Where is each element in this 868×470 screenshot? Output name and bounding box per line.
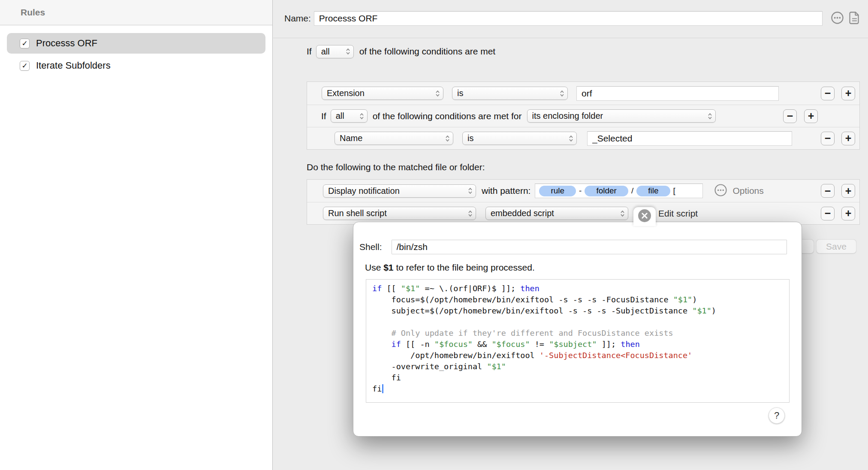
add-condition-button[interactable]: +: [804, 109, 818, 123]
chevron-up-down-icon: [468, 210, 473, 217]
script-code-editor[interactable]: if [[ "$1" =~ \.(orf|ORF)$ ]]; then focu…: [366, 279, 790, 403]
rule-list: ✓ Processs ORF ✓ Iterate Subfolders: [0, 25, 272, 76]
conditions-box: Extension is − + If all of the following…: [307, 81, 860, 150]
rule-label: Iterate Subfolders: [36, 60, 111, 71]
dropdown-value: is: [457, 88, 463, 98]
dropdown-value: is: [467, 133, 473, 143]
add-condition-button[interactable]: +: [841, 87, 855, 100]
chevron-up-down-icon: [346, 48, 350, 55]
action-row-shell-script: Run shell script embedded script Edit sc…: [307, 202, 859, 224]
add-action-button[interactable]: +: [841, 207, 855, 220]
attribute-dropdown[interactable]: Extension: [322, 87, 443, 100]
nested-conditions-suffix: of the following conditions are met for: [373, 111, 522, 121]
rule-checkbox[interactable]: ✓: [20, 61, 30, 71]
rule-checkbox[interactable]: ✓: [20, 39, 30, 48]
pattern-token-file[interactable]: file: [636, 186, 670, 196]
code-line: # Only update if they're different and F…: [372, 328, 789, 339]
pattern-separator: -: [579, 186, 582, 196]
chevron-up-down-icon: [359, 112, 364, 120]
edit-script-button[interactable]: Edit script: [658, 208, 698, 219]
chevron-up-down-icon: [560, 90, 564, 97]
condition-row-name: Name is − +: [307, 127, 859, 149]
chevron-up-down-icon: [620, 210, 625, 217]
actions-box: Display notification with pattern: rule …: [307, 179, 860, 225]
attribute-dropdown[interactable]: Name: [335, 132, 453, 145]
code-line: focus=$(/opt/homebrew/bin/exiftool -s -s…: [372, 294, 789, 305]
rule-options-button[interactable]: [831, 11, 844, 26]
action-dropdown[interactable]: Display notification: [323, 184, 476, 198]
hint-text: to refer to the file being processed.: [394, 262, 535, 272]
match-dropdown[interactable]: all: [316, 45, 354, 58]
pattern-separator: /: [631, 186, 633, 196]
header-divider: [273, 38, 868, 38]
operator-dropdown[interactable]: is: [462, 132, 577, 145]
pattern-overflow: [: [673, 186, 675, 196]
remove-action-button[interactable]: −: [821, 207, 835, 220]
help-button[interactable]: ?: [769, 407, 785, 424]
code-line: [372, 316, 789, 328]
popover-anchor: [633, 207, 656, 226]
dropdown-value: all: [321, 47, 330, 57]
rule-item-processs-orf[interactable]: ✓ Processs ORF: [7, 33, 265, 54]
code-line: -overwrite_original "$1": [372, 361, 789, 372]
chevron-up-down-icon: [435, 90, 440, 97]
chevron-up-down-icon: [569, 135, 573, 142]
dropdown-value: embedded script: [491, 208, 554, 218]
dropdown-value: its enclosing folder: [532, 111, 603, 121]
extension-value-input[interactable]: [576, 86, 779, 101]
shell-label: Shell:: [359, 242, 382, 252]
shell-row: Shell:: [359, 240, 787, 254]
remove-condition-button[interactable]: −: [821, 87, 835, 100]
document-icon: [849, 11, 860, 26]
ellipsis-circle-icon: [714, 184, 727, 198]
pattern-field[interactable]: rule - folder / file [: [535, 184, 703, 198]
code-line: fi: [372, 372, 789, 383]
chevron-up-down-icon: [708, 112, 712, 120]
remove-condition-button[interactable]: −: [783, 109, 797, 123]
rule-name-input[interactable]: [314, 11, 823, 26]
code-line: if [[ "$1" =~ \.(orf|ORF)$ ]]; then: [372, 283, 789, 294]
close-popover-button[interactable]: [638, 209, 651, 223]
remove-action-button[interactable]: −: [821, 184, 835, 198]
remove-condition-button[interactable]: −: [821, 132, 835, 145]
hint-text: Use: [365, 262, 383, 272]
code-line: subject=$(/opt/homebrew/bin/exiftool -s …: [372, 305, 789, 316]
save-button[interactable]: Save: [816, 239, 856, 253]
conditions-suffix: of the following conditions are met: [359, 46, 496, 57]
if-label: If: [321, 111, 326, 121]
notification-options-button[interactable]: [714, 184, 727, 198]
if-label: If: [307, 46, 312, 57]
rule-item-iterate-subfolders[interactable]: ✓ Iterate Subfolders: [7, 55, 265, 76]
nested-match-dropdown[interactable]: all: [331, 109, 368, 123]
pattern-label: with pattern:: [482, 186, 530, 196]
add-condition-button[interactable]: +: [841, 132, 855, 145]
condition-row-nested-group: If all of the following conditions are m…: [307, 105, 859, 127]
shell-path-input[interactable]: [392, 240, 787, 254]
rule-note-button[interactable]: [849, 11, 860, 26]
dropdown-value: Display notification: [328, 186, 400, 196]
code-line: fi: [372, 383, 789, 395]
code-line: if [[ -n "$focus" && "$focus" != "$subje…: [372, 339, 789, 350]
dropdown-value: Run shell script: [328, 208, 387, 218]
dropdown-value: Name: [340, 133, 362, 143]
name-value-input[interactable]: [587, 131, 792, 146]
operator-dropdown[interactable]: is: [452, 87, 568, 100]
pattern-token-folder[interactable]: folder: [585, 186, 628, 196]
rules-sidebar: Rules ✓ Processs ORF ✓ Iterate Subfolder…: [0, 0, 273, 470]
rule-label: Processs ORF: [36, 38, 97, 49]
dropdown-value: all: [336, 111, 344, 121]
script-source-dropdown[interactable]: embedded script: [485, 207, 628, 220]
dropdown-value: Extension: [327, 88, 365, 98]
add-action-button[interactable]: +: [841, 184, 855, 198]
close-icon: [638, 217, 651, 224]
ellipsis-circle-icon: [831, 11, 844, 26]
options-label[interactable]: Options: [732, 186, 763, 196]
actions-heading: Do the following to the matched file or …: [307, 162, 485, 172]
nested-target-dropdown[interactable]: its enclosing folder: [527, 109, 716, 123]
sidebar-title: Rules: [21, 7, 45, 18]
pattern-token-rule[interactable]: rule: [539, 186, 576, 196]
action-dropdown[interactable]: Run shell script: [323, 207, 476, 220]
name-label: Name:: [284, 13, 311, 24]
conditions-header: If all of the following conditions are m…: [307, 44, 495, 59]
sidebar-header: Rules: [0, 0, 272, 25]
